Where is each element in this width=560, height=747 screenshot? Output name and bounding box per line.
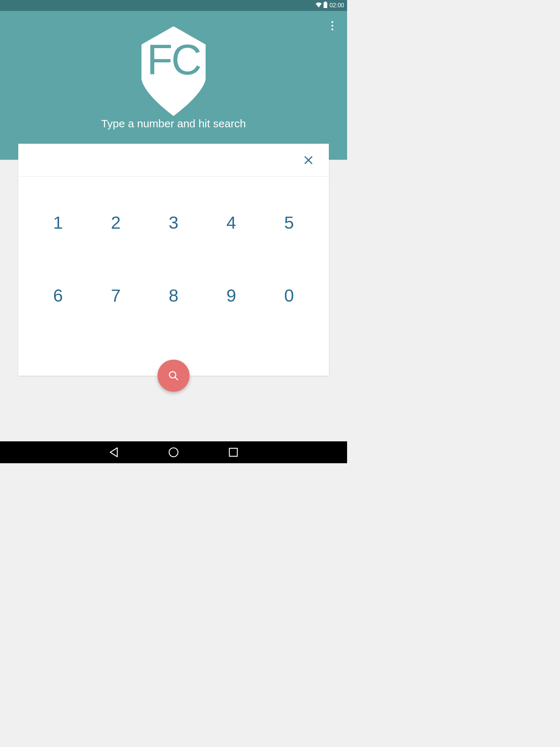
more-vert-icon — [331, 21, 333, 23]
key-0[interactable]: 0 — [260, 259, 318, 332]
svg-line-5 — [175, 377, 178, 380]
keypad: 1 2 3 4 5 6 7 8 9 0 — [18, 177, 329, 332]
home-icon — [167, 446, 180, 458]
nav-recent-button[interactable] — [227, 446, 240, 458]
back-icon — [108, 446, 120, 458]
key-7[interactable]: 7 — [87, 259, 144, 332]
svg-rect-7 — [229, 448, 237, 456]
nav-home-button[interactable] — [167, 446, 180, 458]
dialer-card: 1 2 3 4 5 6 7 8 9 0 — [18, 144, 329, 376]
overflow-menu-button[interactable] — [327, 18, 338, 33]
key-8[interactable]: 8 — [145, 259, 202, 332]
svg-point-6 — [169, 448, 178, 457]
prompt-text: Type a number and hit search — [0, 117, 347, 130]
app-header: FC Type a number and hit search — [0, 11, 347, 160]
recent-icon — [227, 446, 240, 458]
search-icon — [168, 370, 179, 381]
logo-text: FC — [138, 39, 209, 81]
key-9[interactable]: 9 — [202, 259, 260, 332]
app-logo: FC — [138, 26, 209, 116]
clear-button[interactable] — [300, 151, 317, 169]
number-input[interactable] — [18, 144, 300, 176]
battery-icon — [323, 1, 327, 9]
key-2[interactable]: 2 — [87, 186, 144, 259]
android-nav-bar — [0, 441, 347, 463]
svg-rect-1 — [324, 1, 326, 2]
status-bar: 02:00 — [0, 0, 347, 11]
key-6[interactable]: 6 — [29, 259, 87, 332]
status-time: 02:00 — [330, 2, 344, 9]
nav-back-button[interactable] — [108, 446, 120, 458]
key-5[interactable]: 5 — [260, 186, 318, 259]
wifi-icon — [315, 2, 322, 9]
number-input-row — [18, 144, 329, 177]
svg-rect-0 — [323, 2, 327, 8]
key-4[interactable]: 4 — [202, 186, 260, 259]
key-1[interactable]: 1 — [29, 186, 87, 259]
key-3[interactable]: 3 — [145, 186, 202, 259]
search-button[interactable] — [158, 360, 190, 392]
close-icon — [303, 155, 314, 166]
